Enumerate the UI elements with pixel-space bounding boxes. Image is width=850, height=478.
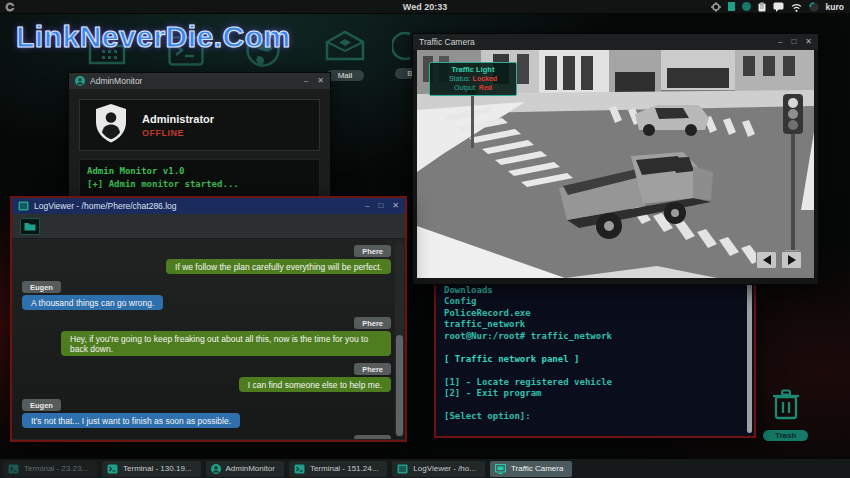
taskbar-item-terminal-3[interactable]: Terminal - 151.24...: [289, 461, 387, 477]
trash[interactable]: Trash: [763, 388, 808, 441]
minimize-button[interactable]: –: [778, 34, 782, 50]
terminal-line: [444, 400, 740, 412]
logviewer-icon: [397, 464, 408, 474]
overlay-output-label: Output:: [454, 84, 479, 91]
terminal-scrollbar[interactable]: [747, 277, 752, 433]
terminal-icon: [294, 464, 305, 474]
sender-label: Eugen: [22, 281, 61, 293]
traffic-light-overlay: Traffic Light Status: Locked Output: Red: [429, 62, 517, 96]
traffic-camera-window: Traffic Camera – □ ✕: [412, 33, 819, 285]
message-bubble: Hey, if you're going to keep freaking ou…: [61, 331, 391, 356]
taskbar-item-label: Terminal - 23.23...: [24, 464, 88, 473]
account-name: Administrator: [142, 113, 214, 125]
system-tray: kuro: [711, 0, 844, 16]
topbar: Wed 20:33 kuro: [0, 0, 850, 14]
prev-camera-button[interactable]: [756, 251, 777, 269]
maximize-button[interactable]: □: [378, 198, 383, 214]
close-button[interactable]: ✕: [317, 73, 324, 89]
terminal-line: traffic_network: [444, 319, 740, 331]
taskbar-item-terminal-2[interactable]: Terminal - 130.19...: [102, 461, 200, 477]
desktop: Wed 20:33 kuro LinkNeverDie.Com: [0, 0, 850, 478]
account-status: OFFLINE: [142, 128, 214, 138]
mail-label: Mail: [326, 70, 365, 81]
clock: Wed 20:33: [403, 2, 447, 12]
clipboard-icon[interactable]: [758, 0, 766, 16]
terminal-icon: [107, 464, 118, 474]
terminal-line: [444, 342, 740, 354]
minimize-button[interactable]: –: [304, 73, 308, 89]
sender-label: Phere: [354, 435, 391, 439]
taskbar-item-label: LogViewer - /ho...: [413, 464, 476, 473]
taskbar-item-adminmonitor[interactable]: AdminMonitor: [206, 461, 284, 477]
taskbar-item-traffic-camera[interactable]: Traffic Camera: [490, 461, 572, 477]
log-line: [+] Admin monitor started...: [87, 178, 312, 191]
tray-square-icon[interactable]: [728, 2, 735, 11]
camera-feed: Traffic Light Status: Locked Output: Red: [417, 50, 814, 278]
camera-icon: [495, 464, 506, 474]
chat-message: Eugen It's not that... I just want to fi…: [22, 399, 391, 428]
tray-circle-icon[interactable]: [742, 2, 751, 11]
chat-message: Phere I can find someone else to help me…: [22, 363, 391, 392]
username[interactable]: kuro: [826, 2, 844, 12]
taskbar-item-label: Terminal - 130.19...: [123, 464, 191, 473]
os-logo-icon[interactable]: [5, 0, 15, 16]
open-file-button[interactable]: [20, 218, 40, 235]
maximize-button[interactable]: □: [791, 34, 796, 50]
window-titlebar[interactable]: LogViewer - /home/Phere/chat286.log – □ …: [12, 198, 405, 214]
minimize-button[interactable]: –: [365, 198, 369, 214]
taskbar-item-label: AdminMonitor: [226, 464, 275, 473]
terminal-line: [444, 365, 740, 377]
window-titlebar[interactable]: Traffic Camera – □ ✕: [413, 34, 818, 50]
terminal-line: root@Nur:/root# traffic_network: [444, 331, 740, 343]
wifi-icon[interactable]: [791, 0, 802, 16]
logviewer-toolbar: [12, 214, 405, 239]
overlay-title: Traffic Light: [430, 65, 516, 74]
logviewer-icon: [18, 197, 29, 215]
close-button[interactable]: ✕: [805, 34, 812, 50]
window-titlebar[interactable]: AdminMonitor – ✕: [69, 73, 330, 89]
chat-message: Phere Hey, if you're going to keep freak…: [22, 317, 391, 356]
window-title: LogViewer - /home/Phere/chat286.log: [34, 201, 177, 211]
left-arrow-icon: [763, 255, 771, 265]
chat-message: Phere: [22, 435, 391, 439]
window-title: Traffic Camera: [419, 37, 475, 47]
message-bubble: It's not that... I just want to finish a…: [22, 413, 240, 428]
sender-label: Phere: [354, 363, 391, 375]
terminal-line: PoliceRecord.exe: [444, 308, 740, 320]
chat-scrollbar[interactable]: [395, 241, 404, 437]
close-button[interactable]: ✕: [392, 198, 399, 214]
terminal-output[interactable]: Desktop Downloads Config PoliceRecord.ex…: [436, 274, 754, 436]
admin-app-icon: [75, 72, 85, 90]
overlay-output-row: Output: Red: [430, 83, 516, 92]
window-title: AdminMonitor: [90, 76, 142, 86]
message-bubble: If we follow the plan carefully everythi…: [166, 259, 391, 274]
chat-bubble-icon[interactable]: [773, 0, 784, 16]
terminal-window: Desktop Downloads Config PoliceRecord.ex…: [434, 272, 756, 438]
overlay-status-value: Locked: [473, 75, 498, 82]
watermark: LinkNeverDie.Com: [16, 20, 291, 54]
chat-message: Eugen A thousand things can go wrong.: [22, 281, 391, 310]
terminal-line: [ Traffic network panel ]: [444, 354, 740, 366]
terminal-line: Config: [444, 296, 740, 308]
camera-nav: [756, 251, 802, 269]
overlay-status-label: Status:: [449, 75, 473, 82]
terminal-line: [1] - Locate registered vehicle: [444, 377, 740, 389]
avatar[interactable]: [809, 0, 819, 16]
folder-icon: [24, 222, 36, 231]
taskbar: Terminal - 23.23... Terminal - 130.19...…: [0, 458, 850, 478]
gear-icon[interactable]: [711, 0, 721, 16]
trash-icon: [769, 388, 803, 426]
logviewer-window: LogViewer - /home/Phere/chat286.log – □ …: [10, 196, 407, 442]
terminal-line: Downloads: [444, 285, 740, 297]
taskbar-item-terminal-1[interactable]: Terminal - 23.23...: [3, 461, 97, 477]
taskbar-item-logviewer[interactable]: LogViewer - /ho...: [392, 461, 485, 477]
sender-label: Phere: [354, 317, 391, 329]
terminal-icon: [8, 464, 19, 474]
scrollbar-thumb[interactable]: [396, 335, 403, 436]
taskbar-item-label: Traffic Camera: [511, 464, 563, 473]
message-bubble: A thousand things can go wrong.: [22, 295, 163, 310]
chat-message: Phere If we follow the plan carefully ev…: [22, 245, 391, 274]
overlay-output-value: Red: [479, 84, 492, 91]
mail-icon: [324, 30, 366, 66]
next-camera-button[interactable]: [781, 251, 802, 269]
